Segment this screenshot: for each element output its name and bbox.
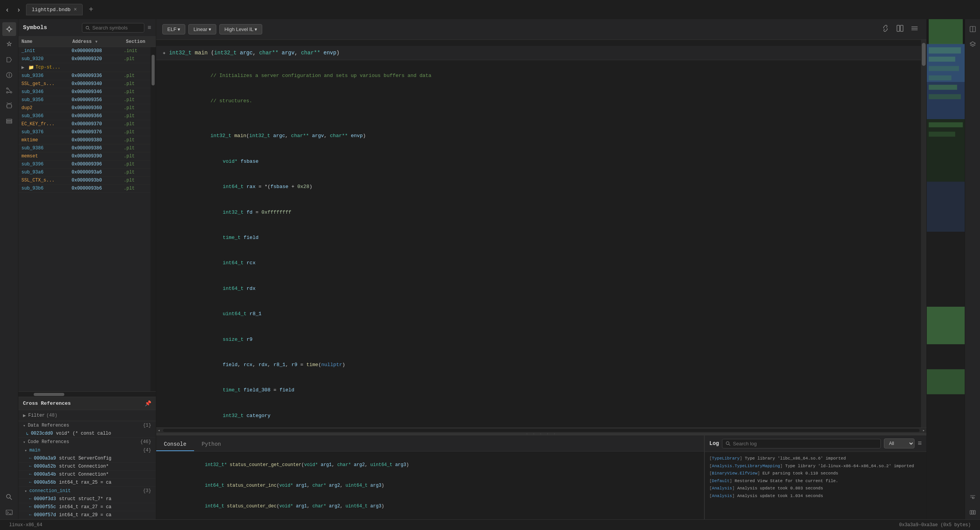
list-item[interactable]: sub_93b6 0x0000093b6 .plt [18, 185, 150, 193]
h-scroll-track[interactable] [163, 429, 920, 432]
svg-rect-52 [972, 510, 973, 514]
list-item[interactable]: sub_9366 0x000009366 .plt [18, 112, 150, 120]
cross-ref-filter-row[interactable]: ▶ Filter (48) [18, 410, 156, 421]
list-item[interactable]: SSL_get_s... 0x000009340 .plt [18, 80, 150, 88]
cross-references-panel: Cross References 📌 ▶ Filter (48) ▾ Data … [18, 397, 156, 519]
compare-icon-button[interactable] [894, 23, 906, 36]
menu-icon-button[interactable] [909, 23, 920, 36]
sidebar-icon-types[interactable] [2, 68, 16, 82]
right-icon-wrap[interactable] [966, 490, 980, 504]
cross-ref-header[interactable]: Cross References 📌 [18, 397, 156, 410]
log-entry: [Analysis] Analysis update took 0.803 se… [709, 485, 922, 492]
code-scroll-thumb[interactable] [922, 43, 926, 66]
sidebar-icon-layers[interactable] [2, 114, 16, 128]
toolbar: ELF ▾ Linear ▾ High Level IL ▾ [156, 19, 926, 40]
list-item[interactable]: SSL_CTX_s... 0x0000093b0 .plt [18, 177, 150, 185]
h-scroll-right-button[interactable]: ▸ [921, 428, 926, 433]
list-item[interactable]: ← 0000f57d int64_t rax_29 = ca [18, 511, 156, 519]
high-level-il-button[interactable]: High Level IL ▾ [219, 24, 262, 34]
log-title: Log [709, 440, 719, 447]
symbols-scrollbar[interactable] [150, 47, 156, 391]
code-scrollbar[interactable] [921, 40, 926, 427]
sidebar-icon-home[interactable] [2, 22, 16, 36]
list-item[interactable]: _init 0x000009308 .init [18, 47, 150, 55]
code-line: int64_t rax = *(fsbase + 0x28) [156, 174, 921, 200]
list-item[interactable]: mktime 0x000009380 .plt [18, 136, 150, 144]
list-item-folder[interactable]: ▶ 📁 Tcp-st... [18, 63, 150, 72]
log-search-box[interactable] [722, 439, 881, 448]
list-item[interactable]: sub_9386 0x000009386 .plt [18, 144, 150, 152]
sidebar-icon-terminal[interactable] [2, 505, 16, 519]
code-content[interactable]: ✦ int32_t main (int32_t argc, char** arg… [156, 40, 921, 427]
conn-init-label: connection_init [29, 488, 143, 494]
tab-python[interactable]: Python [194, 438, 229, 451]
col-header-section[interactable]: Section [123, 39, 150, 44]
list-item[interactable]: dup2 0x000009360 .plt [18, 104, 150, 112]
add-tab-button[interactable]: + [86, 4, 96, 16]
svg-point-31 [726, 442, 729, 445]
ref-sub-description: int64_t rax_25 = ca [59, 480, 111, 485]
sidebar-icon-debug[interactable] [2, 99, 16, 113]
symbols-search-box[interactable] [82, 23, 145, 33]
sidebar-icon-xref[interactable] [2, 83, 16, 97]
back-button[interactable]: ‹ [3, 4, 11, 15]
list-item[interactable]: sub_9376 0x000009376 .plt [18, 128, 150, 136]
data-references-section[interactable]: ▾ Data References {1} [18, 421, 156, 430]
filter-count: (48) [46, 413, 57, 418]
tab-console[interactable]: Console [156, 438, 194, 451]
pin-icon[interactable]: 📌 [145, 400, 151, 407]
list-item[interactable]: ← 0000a54b struct Connection* [18, 471, 156, 479]
code-line: int32_t category [156, 403, 921, 427]
col-header-name[interactable]: Name [18, 39, 69, 44]
symbols-scroll-thumb[interactable] [152, 55, 155, 85]
right-icon-panel[interactable] [966, 22, 980, 36]
list-item[interactable]: ← 0000a52b struct Connection* [18, 463, 156, 471]
linear-view-button[interactable]: Linear ▾ [188, 24, 216, 34]
code-references-section[interactable]: ▾ Code References {46} [18, 438, 156, 446]
code-line: // structures. [156, 88, 921, 114]
main-subsection[interactable]: ▾ main {4} [18, 446, 156, 455]
list-item[interactable]: sub_9346 0x000009346 .plt [18, 88, 150, 96]
list-item[interactable]: sub_9396 0x000009396 .plt [18, 160, 150, 168]
sort-arrow-icon: ▼ [95, 40, 98, 44]
log-content: [TypeLibrary] Type library 'libc_x86_64.… [705, 452, 926, 519]
sidebar-icon-tags[interactable] [2, 53, 16, 67]
log-filter-select[interactable]: All Error Warning Info [884, 438, 915, 448]
list-item[interactable]: sub_9320 0x000009320 .plt [18, 55, 150, 63]
symbols-h-scrollbar[interactable] [18, 391, 156, 397]
tab-close-button[interactable]: × [74, 7, 77, 13]
symbols-search-input[interactable] [92, 25, 141, 31]
right-icon-layers[interactable] [966, 38, 980, 51]
list-item[interactable]: sub_9336 0x000009336 .plt [18, 72, 150, 80]
h-scroll-left-button[interactable]: ◂ [156, 428, 162, 433]
ref-sub-description: struct Connection* [59, 472, 109, 477]
col-header-address[interactable]: Address ▼ [69, 39, 123, 44]
sidebar-icon-settings[interactable] [2, 38, 16, 51]
list-item[interactable]: ← 0000f3d3 struct struct_7* ra [18, 495, 156, 503]
function-signature: int32_t main (int32_t argc, char** argv,… [169, 50, 340, 56]
list-item[interactable]: ← 0000a3a9 struct ServerConfig [18, 455, 156, 463]
right-icon-column[interactable] [966, 505, 980, 519]
list-item[interactable]: ← 0000a56b int64_t rax_25 = ca [18, 479, 156, 487]
list-item[interactable]: sub_9356 0x000009356 .plt [18, 96, 150, 104]
list-item[interactable]: memset 0x000009390 .plt [18, 152, 150, 160]
file-tab[interactable]: lighttpd.bndb × [26, 4, 83, 15]
list-item[interactable]: EC_KEY_fr... 0x000009370 .plt [18, 120, 150, 128]
elf-menu-button[interactable]: ELF ▾ [162, 24, 185, 34]
code-ref-count: {46} [140, 439, 151, 445]
log-search-input[interactable] [733, 441, 878, 447]
list-item[interactable]: ← 0000f55c int64_t rax_27 = ca [18, 503, 156, 511]
sidebar-icon-search[interactable] [2, 490, 16, 504]
data-ref-entry[interactable]: ↳ 0023cdd0 void* (* const callo [18, 430, 156, 438]
connection-init-subsection[interactable]: ▾ connection_init {3} [18, 487, 156, 495]
forward-button[interactable]: › [15, 4, 23, 15]
svg-rect-44 [929, 132, 955, 137]
symbols-menu-button[interactable]: ≡ [147, 25, 151, 31]
log-menu-button[interactable]: ≡ [918, 440, 922, 447]
svg-point-0 [8, 28, 11, 31]
code-bottom-area: ✦ int32_t main (int32_t argc, char** arg… [156, 40, 926, 519]
link-icon-button[interactable] [880, 23, 891, 36]
console-output: int32_t* status_counter_get_counter(void… [161, 455, 699, 475]
list-item[interactable]: sub_93a6 0x0000093a6 .plt [18, 168, 150, 177]
right-sidebar-icons [965, 19, 980, 519]
